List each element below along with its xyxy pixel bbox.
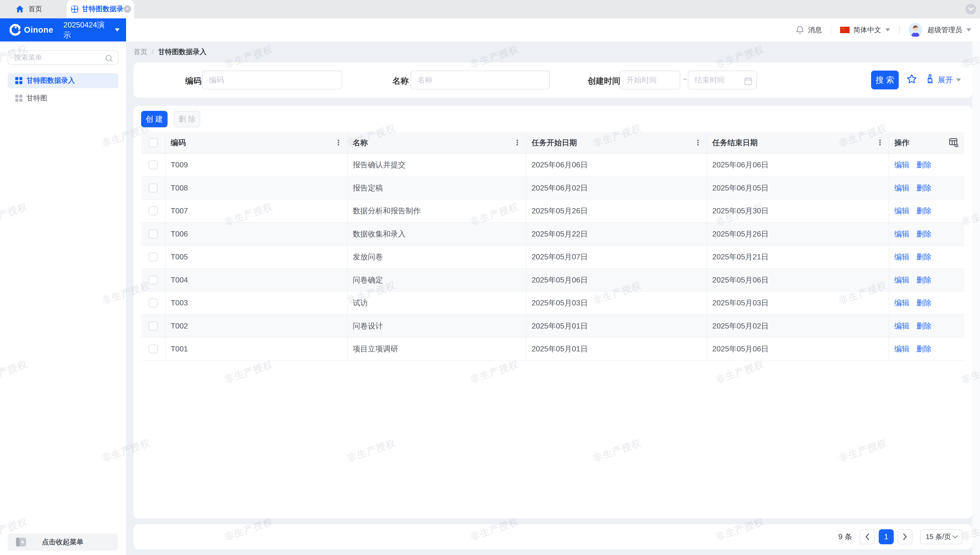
cell-code: T005 <box>171 252 188 261</box>
cell-code: T004 <box>171 276 188 284</box>
row-checkbox[interactable] <box>149 184 157 192</box>
tabs-chevron-down-icon[interactable] <box>966 4 976 14</box>
bell-icon[interactable] <box>796 25 804 35</box>
favorite-star-icon[interactable] <box>906 74 917 84</box>
avatar[interactable] <box>908 23 922 37</box>
cell-code: T007 <box>171 207 188 215</box>
delete-link[interactable]: 删除 <box>916 229 931 239</box>
edit-link[interactable]: 编辑 <box>894 252 910 262</box>
breadcrumb-home[interactable]: 首页 <box>133 47 147 57</box>
select-all-checkbox[interactable] <box>149 138 157 147</box>
table-row: T003试访2025年05月03日2025年05月03日编辑删除 <box>141 292 964 314</box>
workspace-caret-icon[interactable] <box>115 28 120 32</box>
menu-search-input[interactable] <box>8 50 118 65</box>
delete-link[interactable]: 删除 <box>916 298 931 308</box>
cell-code: T008 <box>171 184 188 192</box>
cell-name: 问卷确定 <box>353 275 383 285</box>
row-checkbox[interactable] <box>149 252 157 261</box>
row-checkbox[interactable] <box>149 298 157 307</box>
search-icon <box>105 54 113 65</box>
table-row: T008报告定稿2025年06月02日2025年06月05日编辑删除 <box>141 176 964 199</box>
cell-code: T003 <box>171 298 188 307</box>
search-button[interactable]: 搜 索 <box>871 71 899 90</box>
language-selector[interactable]: 简体中文 <box>853 25 881 35</box>
code-filter-label: 编码 <box>185 75 202 87</box>
delete-link[interactable]: 删除 <box>916 252 931 262</box>
search-filter-card: 编码 名称 创建时间 ~ 搜 索 <box>133 63 972 98</box>
delete-button[interactable]: 删 除 <box>174 111 200 127</box>
menu-grid-icon <box>15 95 22 102</box>
app-header: Oinone 20250424演示 消息 简体中文 <box>0 18 980 42</box>
menu-search <box>8 50 118 65</box>
edit-link[interactable]: 编辑 <box>894 298 910 308</box>
column-menu-icon[interactable]: ⋮ <box>876 139 884 147</box>
delete-link[interactable]: 删除 <box>916 183 931 193</box>
app-grid-icon <box>71 6 78 13</box>
cell-end-date: 2025年05月30日 <box>713 206 769 216</box>
prev-page-button[interactable] <box>860 529 875 544</box>
user-menu[interactable]: 超级管理员 <box>927 25 962 35</box>
row-checkbox[interactable] <box>149 322 157 330</box>
column-menu-icon[interactable]: ⋮ <box>694 139 702 147</box>
column-menu-icon[interactable]: ⋮ <box>513 139 521 147</box>
sidebar: 甘特图数据录入 甘特图 点击收起菜单 <box>0 42 126 555</box>
edit-link[interactable]: 编辑 <box>894 275 910 285</box>
next-page-button[interactable] <box>898 529 913 544</box>
end-date-field <box>688 71 757 90</box>
row-checkbox[interactable] <box>149 207 157 215</box>
name-filter-input[interactable] <box>411 71 549 89</box>
edit-link[interactable]: 编辑 <box>894 183 910 193</box>
sidebar-item-gantt-entry[interactable]: 甘特图数据录入 <box>8 73 118 88</box>
brand-area[interactable]: Oinone 20250424演示 <box>0 18 126 42</box>
messages-link[interactable]: 消息 <box>808 25 822 35</box>
edit-link[interactable]: 编辑 <box>894 206 910 216</box>
page-size-select[interactable]: 15 条/页 <box>920 529 962 544</box>
cell-start-date: 2025年06月06日 <box>532 160 588 170</box>
cell-start-date: 2025年05月06日 <box>532 275 588 285</box>
row-checkbox[interactable] <box>149 276 157 284</box>
clear-brush-icon[interactable] <box>923 74 934 84</box>
workspace-name: 20250424演示 <box>63 20 110 40</box>
collapse-menu-button[interactable]: 点击收起菜单 <box>8 534 118 550</box>
delete-link[interactable]: 删除 <box>916 206 931 216</box>
divider <box>899 26 900 34</box>
column-settings-icon[interactable] <box>949 138 959 148</box>
cell-name: 发放问卷 <box>353 252 383 262</box>
row-checkbox[interactable] <box>149 160 157 169</box>
expand-toggle[interactable]: 展开 <box>938 75 961 85</box>
delete-link[interactable]: 删除 <box>916 275 931 285</box>
delete-link[interactable]: 删除 <box>916 321 931 331</box>
tab-home[interactable]: 首页 <box>16 0 42 18</box>
user-caret-icon[interactable] <box>966 28 971 32</box>
code-filter-input[interactable] <box>203 71 341 89</box>
content-area: 首页 / 甘特图数据录入 编码 名称 创建时间 ~ <box>126 42 980 555</box>
table-row: T004问卷确定2025年05月06日2025年05月06日编辑删除 <box>141 269 964 292</box>
delete-link[interactable]: 删除 <box>916 160 931 170</box>
row-checkbox[interactable] <box>149 229 157 238</box>
tab-close-icon[interactable]: × <box>123 5 131 13</box>
code-filter-field <box>202 71 342 90</box>
tab-gantt-entry[interactable]: 甘特图数据录入 × <box>67 0 134 18</box>
scrollbar-gutter[interactable] <box>972 42 980 555</box>
column-menu-icon[interactable]: ⋮ <box>335 139 342 147</box>
row-checkbox[interactable] <box>149 345 157 353</box>
start-date-input[interactable] <box>620 71 680 89</box>
cell-end-date: 2025年05月21日 <box>713 252 769 262</box>
edit-link[interactable]: 编辑 <box>894 229 910 239</box>
edit-link[interactable]: 编辑 <box>894 344 910 354</box>
cell-end-date: 2025年05月06日 <box>713 344 769 354</box>
table-row: T002问卷设计2025年05月01日2025年05月02日编辑删除 <box>141 315 964 338</box>
delete-link[interactable]: 删除 <box>916 344 931 354</box>
calendar-icon[interactable] <box>745 76 752 88</box>
create-button[interactable]: 创 建 <box>141 111 168 127</box>
language-caret-icon[interactable] <box>886 28 890 32</box>
edit-link[interactable]: 编辑 <box>894 321 910 331</box>
edit-link[interactable]: 编辑 <box>894 160 910 170</box>
sidebar-item-gantt[interactable]: 甘特图 <box>8 91 118 106</box>
page-number-active[interactable]: 1 <box>879 529 894 544</box>
cell-name: 项目立项调研 <box>353 344 398 354</box>
brand-name: Oinone <box>24 25 53 35</box>
cell-name: 报告定稿 <box>353 183 383 193</box>
start-date-field <box>620 71 680 90</box>
cell-end-date: 2025年05月03日 <box>713 298 769 308</box>
